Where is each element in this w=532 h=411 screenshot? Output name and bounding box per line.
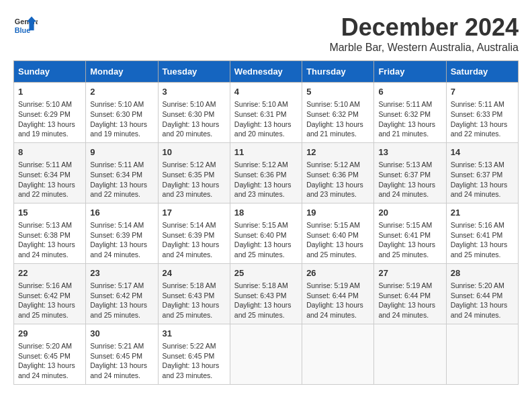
table-row: 16Sunrise: 5:14 AMSunset: 6:39 PMDayligh… bbox=[86, 203, 158, 263]
day-number: 11 bbox=[234, 146, 298, 158]
day-number: 16 bbox=[90, 207, 153, 219]
sunrise-text: Sunrise: 5:18 AM bbox=[234, 281, 288, 289]
sunset-text: Sunset: 6:30 PM bbox=[90, 110, 142, 118]
day-number: 21 bbox=[451, 207, 514, 219]
table-row bbox=[446, 324, 518, 384]
daylight-text: Daylight: 13 hours and 24 minutes. bbox=[451, 301, 508, 319]
sunrise-text: Sunrise: 5:20 AM bbox=[18, 342, 72, 350]
day-number: 25 bbox=[234, 267, 298, 279]
table-row: 1Sunrise: 5:10 AMSunset: 6:29 PMDaylight… bbox=[14, 83, 86, 143]
daylight-text: Daylight: 13 hours and 21 minutes. bbox=[306, 120, 363, 138]
sunrise-text: Sunrise: 5:15 AM bbox=[378, 221, 432, 229]
svg-text:Blue: Blue bbox=[15, 26, 30, 34]
day-number: 5 bbox=[306, 86, 369, 98]
table-row: 13Sunrise: 5:13 AMSunset: 6:37 PMDayligh… bbox=[374, 142, 446, 203]
sunset-text: Sunset: 6:34 PM bbox=[90, 171, 142, 179]
table-row: 30Sunrise: 5:21 AMSunset: 6:45 PMDayligh… bbox=[86, 324, 158, 384]
sunrise-text: Sunrise: 5:21 AM bbox=[90, 342, 144, 350]
day-number: 17 bbox=[163, 207, 226, 219]
day-number: 13 bbox=[378, 146, 441, 158]
sunrise-text: Sunrise: 5:19 AM bbox=[378, 281, 432, 289]
calendar-week-row: 22Sunrise: 5:16 AMSunset: 6:42 PMDayligh… bbox=[14, 263, 519, 324]
day-number: 23 bbox=[90, 267, 153, 279]
daylight-text: Daylight: 13 hours and 23 minutes. bbox=[306, 181, 363, 199]
table-row: 2Sunrise: 5:10 AMSunset: 6:30 PMDaylight… bbox=[86, 83, 158, 143]
table-row: 3Sunrise: 5:10 AMSunset: 6:30 PMDaylight… bbox=[158, 83, 230, 143]
sunset-text: Sunset: 6:44 PM bbox=[451, 291, 503, 300]
table-row: 17Sunrise: 5:14 AMSunset: 6:39 PMDayligh… bbox=[158, 203, 230, 263]
daylight-text: Daylight: 13 hours and 19 minutes. bbox=[18, 120, 75, 138]
col-wednesday: Wednesday bbox=[230, 61, 302, 83]
sunrise-text: Sunrise: 5:10 AM bbox=[18, 100, 72, 108]
daylight-text: Daylight: 13 hours and 25 minutes. bbox=[90, 301, 147, 319]
day-number: 31 bbox=[163, 328, 226, 340]
daylight-text: Daylight: 13 hours and 23 minutes. bbox=[234, 181, 292, 199]
daylight-text: Daylight: 13 hours and 25 minutes. bbox=[234, 240, 292, 259]
sunset-text: Sunset: 6:40 PM bbox=[306, 231, 359, 239]
table-row: 14Sunrise: 5:13 AMSunset: 6:37 PMDayligh… bbox=[446, 142, 518, 203]
sunrise-text: Sunrise: 5:11 AM bbox=[90, 161, 144, 169]
sunrise-text: Sunrise: 5:19 AM bbox=[306, 281, 360, 289]
table-row: 15Sunrise: 5:13 AMSunset: 6:38 PMDayligh… bbox=[14, 203, 86, 263]
sunrise-text: Sunrise: 5:13 AM bbox=[378, 161, 432, 169]
page-subtitle: Marble Bar, Western Australia, Australia bbox=[329, 42, 519, 54]
table-row: 9Sunrise: 5:11 AMSunset: 6:34 PMDaylight… bbox=[86, 142, 158, 203]
col-friday: Friday bbox=[374, 61, 446, 83]
title-block: December 2024 Marble Bar, Western Austra… bbox=[329, 13, 519, 54]
table-row: 10Sunrise: 5:12 AMSunset: 6:35 PMDayligh… bbox=[158, 142, 230, 203]
table-row: 24Sunrise: 5:18 AMSunset: 6:43 PMDayligh… bbox=[158, 263, 230, 324]
day-number: 28 bbox=[451, 267, 514, 279]
sunrise-text: Sunrise: 5:20 AM bbox=[451, 281, 504, 289]
col-sunday: Sunday bbox=[14, 61, 86, 83]
sunset-text: Sunset: 6:45 PM bbox=[163, 352, 215, 360]
day-number: 9 bbox=[90, 146, 153, 158]
daylight-text: Daylight: 13 hours and 19 minutes. bbox=[90, 120, 147, 138]
table-row: 22Sunrise: 5:16 AMSunset: 6:42 PMDayligh… bbox=[14, 263, 86, 324]
day-number: 18 bbox=[234, 207, 298, 219]
day-number: 19 bbox=[306, 207, 369, 219]
sunrise-text: Sunrise: 5:18 AM bbox=[163, 281, 216, 289]
table-row: 28Sunrise: 5:20 AMSunset: 6:44 PMDayligh… bbox=[446, 263, 518, 324]
logo: General Blue bbox=[13, 13, 38, 38]
calendar-week-row: 8Sunrise: 5:11 AMSunset: 6:34 PMDaylight… bbox=[14, 142, 519, 203]
sunrise-text: Sunrise: 5:10 AM bbox=[90, 100, 144, 108]
daylight-text: Daylight: 13 hours and 20 minutes. bbox=[234, 120, 292, 138]
sunset-text: Sunset: 6:42 PM bbox=[90, 291, 142, 300]
sunset-text: Sunset: 6:38 PM bbox=[18, 231, 71, 239]
day-number: 12 bbox=[306, 146, 369, 158]
sunrise-text: Sunrise: 5:12 AM bbox=[306, 161, 360, 169]
sunrise-text: Sunrise: 5:15 AM bbox=[306, 221, 360, 229]
sunrise-text: Sunrise: 5:14 AM bbox=[90, 221, 144, 229]
sunset-text: Sunset: 6:37 PM bbox=[378, 171, 431, 179]
sunset-text: Sunset: 6:32 PM bbox=[306, 110, 359, 118]
daylight-text: Daylight: 13 hours and 23 minutes. bbox=[163, 181, 220, 199]
sunset-text: Sunset: 6:41 PM bbox=[451, 231, 503, 239]
daylight-text: Daylight: 13 hours and 24 minutes. bbox=[378, 181, 435, 199]
day-number: 15 bbox=[18, 207, 81, 219]
daylight-text: Daylight: 13 hours and 25 minutes. bbox=[18, 301, 75, 319]
table-row: 4Sunrise: 5:10 AMSunset: 6:31 PMDaylight… bbox=[230, 83, 302, 143]
table-row: 8Sunrise: 5:11 AMSunset: 6:34 PMDaylight… bbox=[14, 142, 86, 203]
sunrise-text: Sunrise: 5:10 AM bbox=[163, 100, 216, 108]
sunset-text: Sunset: 6:35 PM bbox=[163, 171, 215, 179]
table-row: 23Sunrise: 5:17 AMSunset: 6:42 PMDayligh… bbox=[86, 263, 158, 324]
sunset-text: Sunset: 6:39 PM bbox=[163, 231, 215, 239]
daylight-text: Daylight: 13 hours and 22 minutes. bbox=[451, 120, 508, 138]
col-tuesday: Tuesday bbox=[158, 61, 230, 83]
daylight-text: Daylight: 13 hours and 24 minutes. bbox=[90, 240, 147, 259]
table-row: 7Sunrise: 5:11 AMSunset: 6:33 PMDaylight… bbox=[446, 83, 518, 143]
table-row: 31Sunrise: 5:22 AMSunset: 6:45 PMDayligh… bbox=[158, 324, 230, 384]
calendar-week-row: 15Sunrise: 5:13 AMSunset: 6:38 PMDayligh… bbox=[14, 203, 519, 263]
day-number: 29 bbox=[18, 328, 81, 340]
table-row: 18Sunrise: 5:15 AMSunset: 6:40 PMDayligh… bbox=[230, 203, 302, 263]
day-number: 26 bbox=[306, 267, 369, 279]
sunset-text: Sunset: 6:45 PM bbox=[90, 352, 142, 360]
table-row: 20Sunrise: 5:15 AMSunset: 6:41 PMDayligh… bbox=[374, 203, 446, 263]
table-row: 6Sunrise: 5:11 AMSunset: 6:32 PMDaylight… bbox=[374, 83, 446, 143]
calendar-week-row: 1Sunrise: 5:10 AMSunset: 6:29 PMDaylight… bbox=[14, 83, 519, 143]
table-row: 26Sunrise: 5:19 AMSunset: 6:44 PMDayligh… bbox=[302, 263, 374, 324]
sunrise-text: Sunrise: 5:10 AM bbox=[306, 100, 360, 108]
sunset-text: Sunset: 6:33 PM bbox=[451, 110, 503, 118]
calendar-header-row: Sunday Monday Tuesday Wednesday Thursday… bbox=[14, 61, 519, 83]
day-number: 10 bbox=[163, 146, 226, 158]
